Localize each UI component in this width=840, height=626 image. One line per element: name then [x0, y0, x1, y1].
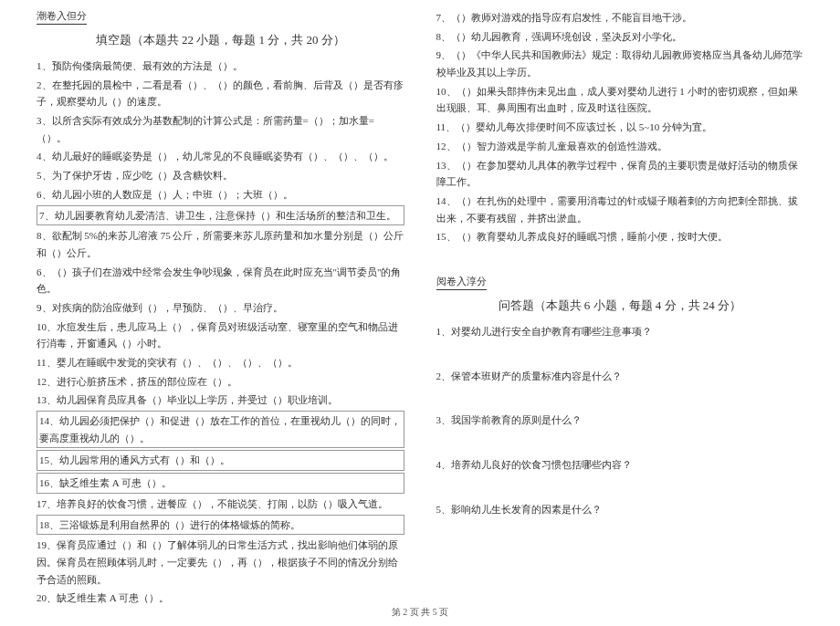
fill-q: 2、在整托园的晨检中，二看是看（）、（）的颜色，看前胸、后背及（）是否有疹子，观…: [37, 77, 404, 110]
fill-q: 10、水痘发生后，患儿应马上（），保育员对班级活动室、寝室里的空气和物品进行消毒…: [37, 318, 404, 352]
fill-q: 12、进行心脏挤压术，挤压的部位应在（）。: [37, 373, 404, 391]
fill-q-boxed: 18、三浴锻炼是利用自然界的（）进行的体格锻炼的简称。: [37, 515, 404, 536]
page-footer: 第 2 页 共 5 页: [0, 606, 840, 619]
section-header-1: 潮卷入但分: [37, 9, 87, 25]
short-answer-q: 5、影响幼儿生长发育的因素是什么？: [436, 501, 804, 518]
right-column: 7、（）教师对游戏的指导应有启发性，不能盲目地干涉。 8、（）幼儿园教育，强调环…: [427, 9, 814, 599]
fill-q: 5、为了保护牙齿，应少吃（）及含糖饮料。: [37, 167, 404, 184]
fill-q: 6、幼儿园小班的人数应是（）人；中班（）；大班（）。: [37, 186, 404, 203]
fill-q: 13、幼儿园保育员应具备（）毕业以上学历，并受过（）职业培训。: [37, 391, 404, 409]
short-answer-q: 4、培养幼儿良好的饮食习惯包括哪些内容？: [436, 456, 804, 474]
short-answer-q: 3、我国学前教育的原则是什么？: [436, 412, 804, 429]
judge-q: 11、（）婴幼儿每次排便时间不应该过长，以 5~10 分钟为宜。: [436, 119, 804, 136]
left-column: 潮卷入但分 填空题（本题共 22 小题，每题 1 分，共 20 分） 1、预防佝…: [27, 9, 414, 599]
fill-q-boxed: 7、幼儿园要教育幼儿爱清洁、讲卫生，注意保持（）和生活场所的整洁和卫生。: [37, 205, 404, 226]
fill-q: 4、幼儿最好的睡眠姿势是（），幼儿常见的不良睡眠姿势有（）、（）、（）。: [37, 148, 404, 165]
fill-q-boxed: 15、幼儿园常用的通风方式有（）和（）。: [37, 450, 404, 471]
fill-q: 11、婴儿在睡眠中发觉的突状有（）、（）、（）、（）。: [37, 354, 404, 371]
fill-q: 19、保育员应通过（）和（）了解体弱儿的日常生活方式，找出影响他们体弱的原因。保…: [37, 537, 404, 588]
fill-q: 3、以所含实际有效成分为基数配制的计算公式是：所需药量=（）；加水量=（）。: [37, 112, 404, 146]
short-answer-title: 问答题（本题共 6 小题，每题 4 分，共 24 分）: [436, 297, 804, 314]
judge-q: 14、（）在扎伤的处理中，需要用消毒过的针或镊子顺着刺的方向把刺全部挑、拔出来，…: [436, 193, 804, 226]
fill-q: 8、欲配制 5%的来苏儿溶液 75 公斤，所需要来苏儿原药量和加水量分别是（）公…: [37, 227, 404, 261]
fill-blank-title: 填空题（本题共 22 小题，每题 1 分，共 20 分）: [37, 32, 404, 48]
judge-q: 7、（）教师对游戏的指导应有启发性，不能盲目地干涉。: [436, 9, 804, 26]
fill-q-boxed: 14、幼儿园必须把保护（）和促进（）放在工作的首位，在重视幼儿（）的同时，要高度…: [37, 411, 404, 448]
judge-q: 10、（）如果头部摔伤未见出血，成人要对婴幼儿进行 1 小时的密切观察，但如果出…: [436, 83, 804, 117]
judge-q: 9、（）《中华人民共和国教师法》规定：取得幼儿园教师资格应当具备幼儿师范学校毕业…: [436, 47, 804, 80]
fill-q: 20、缺乏维生素 A 可患（）。: [37, 589, 404, 607]
judge-q: 12、（）智力游戏是学前儿童最喜欢的创造性游戏。: [436, 138, 804, 155]
short-answer-q: 1、对婴幼儿进行安全自护教育有哪些注意事项？: [436, 323, 804, 340]
section-header-3: 阅卷入淳分: [436, 275, 487, 290]
fill-q: 17、培养良好的饮食习惯，进餐应（），不能说笑、打闹，以防（）吸入气道。: [37, 496, 404, 513]
fill-q: 1、预防佝偻病最简便、最有效的方法是（）。: [37, 57, 404, 75]
judge-q: 15、（）教育婴幼儿养成良好的睡眠习惯，睡前小便，按时大便。: [436, 228, 804, 245]
judge-q: 13、（）在参加婴幼儿具体的教学过程中，保育员的主要职责是做好活动的物质保障工作…: [436, 157, 804, 191]
fill-q-boxed: 16、缺乏维生素 A 可患（）。: [37, 473, 404, 494]
fill-q: 9、对疾病的防治应做到（），早预防、（）、早治疗。: [37, 299, 404, 317]
fill-q: 6、（）孩子们在游戏中经常会发生争吵现象，保育员在此时应充当"调节委员"的角色。: [37, 264, 404, 297]
judge-q: 8、（）幼儿园教育，强调环境创设，坚决反对小学化。: [436, 28, 804, 46]
short-answer-q: 2、保管本班财产的质量标准内容是什么？: [436, 368, 804, 385]
